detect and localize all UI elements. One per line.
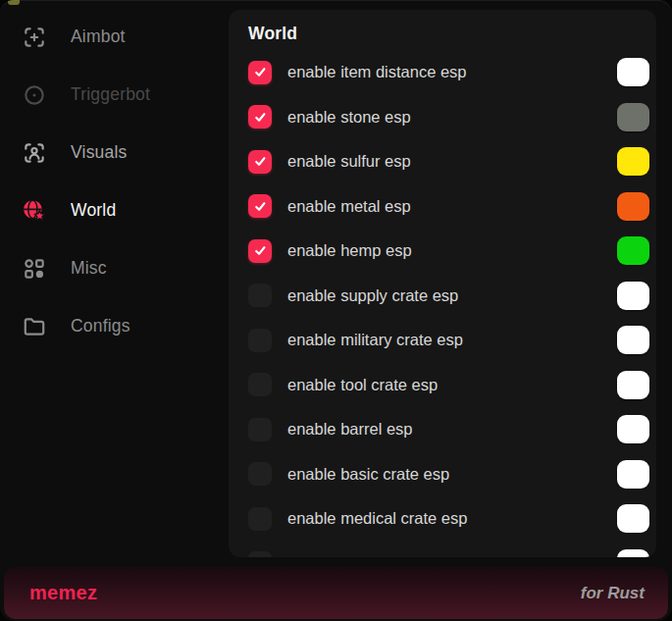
setting-label: enable hemp esp [287,241,617,260]
esp-checkbox[interactable] [248,194,272,218]
checkmark-icon [252,109,269,126]
setting-label: enable item distance esp [287,63,617,81]
setting-label: enable barrel esp [287,420,617,439]
setting-label: enable military crate esp [287,331,617,349]
setting-label: enable tool crate esp [287,376,617,394]
checkmark-icon [252,153,269,170]
setting-label: enable sulfur esp [287,152,617,171]
setting-row: enable item distance esp [229,50,656,95]
setting-row: enable sulfur esp [229,139,656,184]
setting-row: enable supply crate esp [229,274,656,319]
setting-row: enable barrel esp [229,407,656,452]
setting-label: enable stone esp [287,108,617,127]
color-swatch[interactable] [617,549,649,557]
sidebar-item-label: Visuals [71,142,128,163]
sidebar-item-label: Triggerbot [71,84,150,105]
color-swatch[interactable] [617,58,649,86]
esp-checkbox[interactable] [248,239,272,263]
esp-checkbox[interactable] [248,105,272,129]
sidebar-item-triggerbot[interactable]: Triggerbot [0,66,229,124]
esp-checkbox[interactable] [248,150,272,174]
footer: memez for Rust [4,567,668,619]
globe-star-icon [22,198,47,224]
sidebar: Aimbot Triggerbot Visuals World Misc Con… [0,8,229,355]
setting-row: enable military crate esp [229,318,656,363]
setting-label: enable basic crate esp [287,465,617,484]
esp-checkbox[interactable] [248,551,272,557]
setting-label: enable medical crate esp [287,509,617,528]
color-swatch[interactable] [617,460,649,489]
esp-checkbox[interactable] [248,284,272,307]
brand-label: memez [29,582,97,604]
background-artifact [8,0,20,5]
sidebar-item-aimbot[interactable]: Aimbot [0,8,229,66]
esp-checkbox[interactable] [248,373,272,396]
setting-row [229,542,656,558]
setting-row: enable hemp esp [229,229,656,274]
settings-list: enable item distance esp enable stone es… [229,50,656,557]
color-swatch[interactable] [617,326,649,354]
sidebar-item-world[interactable]: World [0,181,229,239]
setting-row: enable medical crate esp [229,496,656,542]
setting-label: enable metal esp [287,197,617,216]
checkmark-icon [252,242,269,259]
esp-checkbox[interactable] [248,61,272,84]
esp-checkbox[interactable] [248,462,272,486]
sidebar-item-label: Misc [71,258,107,279]
category-icon [22,256,47,282]
crosshair-icon [22,25,47,50]
sidebar-item-label: World [71,200,116,221]
sidebar-item-misc[interactable]: Misc [0,239,229,297]
sidebar-item-label: Configs [71,316,130,336]
checkmark-icon [252,198,269,215]
setting-row: enable basic crate esp [229,452,656,497]
setting-row: enable metal esp [229,184,656,230]
esp-checkbox[interactable] [248,418,272,441]
color-swatch[interactable] [617,147,649,176]
sidebar-item-configs[interactable]: Configs [0,297,229,355]
setting-row: enable tool crate esp [229,363,656,408]
color-swatch[interactable] [617,371,649,399]
setting-row: enable stone esp [229,95,656,140]
page-title: World [248,24,656,44]
folder-icon [22,314,47,339]
color-swatch[interactable] [617,504,649,533]
setting-label: enable supply crate esp [287,286,617,305]
menu-window: Aimbot Triggerbot Visuals World Misc Con… [0,0,672,621]
tagline-label: for Rust [581,584,645,603]
color-swatch[interactable] [617,103,649,131]
world-panel: World enable item distance esp enable st… [229,10,656,557]
color-swatch[interactable] [617,282,649,310]
esp-checkbox[interactable] [248,507,272,531]
trigger-dot-icon [22,82,47,108]
sidebar-item-visuals[interactable]: Visuals [0,124,229,181]
esp-checkbox[interactable] [248,329,272,352]
sidebar-item-label: Aimbot [71,26,126,47]
color-swatch[interactable] [617,192,649,221]
person-scan-icon [22,140,47,166]
checkmark-icon [252,64,269,80]
color-swatch[interactable] [617,415,649,443]
color-swatch[interactable] [617,236,649,265]
